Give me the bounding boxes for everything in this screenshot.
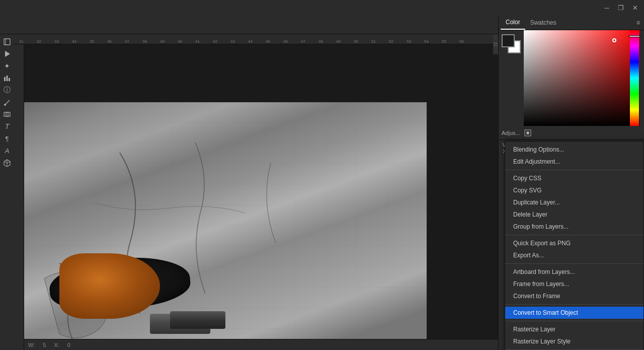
para-tool-button[interactable]: ¶	[2, 133, 13, 144]
hue-bar[interactable]	[630, 30, 639, 126]
select-tool-button[interactable]	[2, 36, 13, 47]
foreground-color-box[interactable]	[502, 34, 515, 47]
svg-rect-11	[4, 77, 6, 81]
minimize-button[interactable]: ─	[600, 1, 614, 15]
svg-point-18	[526, 131, 529, 134]
tab-swatches[interactable]: Swatches	[525, 16, 561, 30]
layers-tool-button[interactable]	[2, 109, 13, 120]
svg-rect-8	[4, 39, 10, 45]
x-label: X:	[54, 342, 59, 348]
color-gradient-picker[interactable]	[524, 30, 622, 126]
context-menu-item-blending-options-[interactable]: Blending Options...	[505, 144, 643, 156]
context-menu-item-convert-to-smart-object[interactable]: Convert to Smart Object	[505, 307, 643, 319]
x-value: 0	[67, 342, 70, 348]
motorcycle-pipe-2	[170, 311, 225, 329]
context-menu-item-group-from-layers-[interactable]: Group from Layers...	[505, 221, 643, 233]
play-tool-button[interactable]	[2, 48, 13, 59]
adjustment-icon[interactable]	[522, 127, 533, 138]
svg-point-14	[4, 104, 6, 106]
context-menu-item-convert-to-frame[interactable]: Convert to Frame	[505, 290, 643, 302]
char-tool-button[interactable]: A	[2, 145, 13, 156]
context-menu-item-copy-css[interactable]: Copy CSS	[505, 172, 643, 184]
adjustments-label: Adjus...	[502, 130, 520, 136]
info-tool-button[interactable]: ⓘ	[2, 85, 13, 96]
star-tool-button[interactable]: ✦	[2, 60, 13, 72]
color-cursor	[612, 38, 616, 42]
panel-menu-icon[interactable]: ≡	[634, 17, 642, 28]
panel-collapse-handle[interactable]: ⟨⟩	[493, 34, 498, 54]
brush-tool-button[interactable]	[2, 97, 13, 108]
color-picker	[499, 30, 644, 126]
ruler-horizontal: 31 32 33 34 35 36 37 38 39 40 41 42 43 4…	[14, 34, 498, 44]
tab-color[interactable]: Color	[501, 16, 525, 30]
svg-marker-10	[5, 51, 10, 57]
left-toolbar: ✦ ⓘ T ¶ A	[0, 34, 14, 350]
restore-button[interactable]: ❐	[614, 1, 628, 15]
adjustments-bar: Adjus...	[499, 126, 644, 140]
context-menu-item-artboard-from-layers-[interactable]: Artboard from Layers...	[505, 266, 643, 278]
context-menu-separator	[505, 304, 643, 305]
context-menu-item-duplicate-layer-[interactable]: Duplicate Layer...	[505, 196, 643, 208]
width-value: 5	[43, 342, 46, 348]
close-button[interactable]: ✕	[628, 1, 642, 15]
width-label: W:	[28, 342, 35, 348]
context-menu-item-edit-adjustment-[interactable]: Edit Adjustment...	[505, 156, 643, 168]
cube-tool-button[interactable]	[2, 157, 13, 168]
bottom-status-bar: W: 5 X: 0	[24, 339, 498, 350]
panel-tab-bar: Color Swatches ≡	[499, 15, 644, 30]
canvas-area	[24, 44, 498, 350]
context-menu: Blending Options...Edit Adjustment...Cop…	[505, 141, 644, 350]
title-bar: ─ ❐ ✕	[0, 0, 644, 15]
ruler-vertical	[14, 44, 24, 350]
svg-rect-12	[7, 76, 8, 81]
context-menu-item-export-as-[interactable]: Export As...	[505, 249, 643, 261]
context-menu-item-rasterize-layer[interactable]: Rasterize Layer	[505, 323, 643, 335]
hue-selector	[629, 35, 640, 37]
context-menu-item-rasterize-layer-style[interactable]: Rasterize Layer Style	[505, 335, 643, 347]
context-menu-item-delete-layer[interactable]: Delete Layer	[505, 208, 643, 221]
canvas-image	[24, 102, 427, 349]
context-menu-separator	[505, 235, 643, 235]
context-menu-item-copy-svg[interactable]: Copy SVG	[505, 184, 643, 196]
svg-rect-13	[9, 78, 10, 81]
context-menu-item-quick-export-as-png[interactable]: Quick Export as PNG	[505, 237, 643, 249]
context-menu-separator	[505, 170, 643, 170]
type-tool-button[interactable]: T	[2, 121, 13, 132]
context-menu-item-frame-from-layers-[interactable]: Frame from Layers...	[505, 278, 643, 290]
context-menu-separator	[505, 321, 643, 321]
chart-tool-button[interactable]	[2, 73, 13, 84]
context-menu-separator	[505, 263, 643, 264]
motorcycle-tank	[59, 253, 160, 319]
